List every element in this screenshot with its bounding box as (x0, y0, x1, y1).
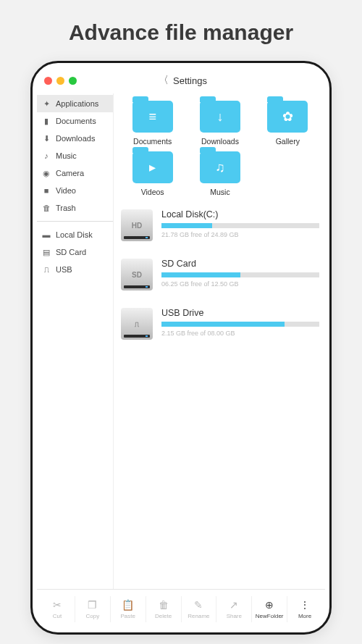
sidebar: ✦ Applications ▮ Documents ⬇ Downloads ♪… (37, 93, 114, 589)
disk-usage-bar (161, 223, 319, 228)
sd-drive-icon: SD (121, 259, 153, 290)
sidebar-item-video[interactable]: ■ Video (37, 182, 113, 199)
tb-label: Paste (120, 613, 135, 619)
disk-usage-bar (161, 322, 319, 327)
back-icon[interactable]: 〈 (159, 74, 169, 87)
usb-drive-icon: ⎍ (121, 308, 153, 340)
camera-icon: ◉ (42, 169, 51, 177)
tb-label: Copy (85, 613, 99, 619)
tb-label: Rename (188, 613, 209, 619)
tb-label: More (298, 613, 311, 619)
folder-icon: ♫ (200, 151, 240, 183)
disk-name: Local Disk(C:) (161, 209, 319, 219)
tb-label: NewFolder (256, 613, 284, 619)
download-icon: ⬇ (42, 134, 51, 143)
sidebar-item-trash[interactable]: 🗑 Trash (37, 199, 113, 217)
header-title: Settings (173, 75, 207, 86)
main-content: ≡ Documents ↓ Downloads ✿ Gallery ▸ Vide… (114, 93, 325, 589)
sidebar-divider (37, 221, 113, 222)
sd-icon: ▤ (42, 248, 51, 256)
usb-icon: ⎍ (42, 265, 51, 274)
trash-icon: 🗑 (42, 204, 51, 212)
disk-icon: ▬ (42, 230, 51, 239)
paste-button[interactable]: 📋 Paste (111, 596, 146, 622)
note-icon: ♫ (215, 160, 225, 175)
titlebar: 〈 Settings (37, 67, 325, 93)
folder-videos[interactable]: ▸ Videos (121, 151, 184, 196)
sidebar-label: Applications (56, 99, 98, 108)
folder-icon: ↓ (200, 101, 240, 133)
rename-icon: ✎ (193, 599, 204, 611)
newfolder-icon: ⊕ (264, 599, 275, 611)
apps-icon: ✦ (42, 99, 51, 108)
sidebar-label: SD Card (56, 248, 86, 256)
download-arrow-icon: ↓ (216, 109, 223, 125)
folder-label: Videos (121, 188, 184, 196)
sidebar-label: USB (56, 265, 72, 274)
disk-usage-bar (161, 272, 319, 277)
sidebar-item-usb[interactable]: ⎍ USB (37, 261, 113, 278)
share-icon: ↗ (228, 599, 240, 611)
sidebar-item-documents[interactable]: ▮ Documents (37, 112, 113, 130)
sidebar-label: Camera (56, 169, 84, 177)
page-title: Advance file manager (0, 0, 362, 61)
folder-label: Documents (121, 137, 184, 146)
folder-documents[interactable]: ≡ Documents (121, 101, 184, 146)
delete-icon: 🗑 (158, 599, 169, 611)
disk-name: SD Card (161, 259, 319, 269)
folder-label: Gallery (256, 137, 319, 146)
cut-button[interactable]: ✂ Cut (40, 596, 75, 622)
hd-drive-icon: HD (121, 209, 153, 241)
folder-music[interactable]: ♫ Music (188, 151, 251, 196)
sidebar-label: Documents (56, 117, 96, 125)
disk-sd[interactable]: SD SD Card 06.25 GB free of 12.50 GB (121, 259, 319, 290)
app-window: 〈 Settings ✦ Applications ▮ Documents ⬇ … (37, 67, 325, 628)
doc-icon: ▮ (42, 117, 51, 125)
copy-icon: ❐ (87, 599, 98, 611)
disk-local[interactable]: HD Local Disk(C:) 21.78 GB free of 24.89… (121, 209, 319, 241)
more-icon: ⋮ (299, 599, 311, 611)
flower-icon: ✿ (282, 109, 293, 125)
share-button[interactable]: ↗ Share (216, 596, 252, 622)
disk-usb[interactable]: ⎍ USB Drive 2.15 GB free of 08.00 GB (121, 308, 319, 340)
sidebar-item-downloads[interactable]: ⬇ Downloads (37, 130, 113, 147)
folder-grid: ≡ Documents ↓ Downloads ✿ Gallery ▸ Vide… (121, 101, 319, 196)
folder-icon: ≡ (132, 101, 173, 133)
sidebar-item-applications[interactable]: ✦ Applications (37, 95, 113, 112)
phone-frame: 〈 Settings ✦ Applications ▮ Documents ⬇ … (30, 61, 332, 635)
more-button[interactable]: ⋮ More (287, 596, 322, 622)
sidebar-item-camera[interactable]: ◉ Camera (37, 164, 113, 182)
music-icon: ♪ (42, 151, 51, 160)
sidebar-label: Downloads (56, 134, 95, 143)
bottom-toolbar: ✂ Cut ❐ Copy 📋 Paste 🗑 Delete ✎ Rename ↗… (37, 589, 325, 628)
disk-free-text: 06.25 GB free of 12.50 GB (161, 280, 319, 288)
folder-icon: ▸ (132, 151, 173, 183)
folder-gallery[interactable]: ✿ Gallery (256, 101, 319, 146)
folder-label: Music (188, 188, 251, 196)
disk-name: USB Drive (161, 308, 319, 318)
copy-button[interactable]: ❐ Copy (75, 596, 111, 622)
sidebar-label: Local Disk (56, 230, 93, 239)
sidebar-label: Music (56, 151, 77, 160)
cut-icon: ✂ (51, 599, 63, 611)
tb-label: Delete (155, 613, 172, 619)
sidebar-item-music[interactable]: ♪ Music (37, 147, 113, 164)
play-icon: ▸ (149, 159, 156, 175)
paste-icon: 📋 (122, 599, 134, 611)
tb-label: Cut (53, 613, 62, 619)
folder-icon: ✿ (267, 101, 308, 133)
folder-label: Downloads (188, 137, 251, 146)
sidebar-item-sd-card[interactable]: ▤ SD Card (37, 243, 113, 261)
doc-lines-icon: ≡ (148, 109, 156, 125)
newfolder-button[interactable]: ⊕ NewFolder (252, 596, 287, 622)
disk-list: HD Local Disk(C:) 21.78 GB free of 24.89… (121, 209, 319, 340)
video-icon: ■ (42, 186, 51, 195)
sidebar-item-local-disk[interactable]: ▬ Local Disk (37, 226, 113, 243)
sidebar-label: Video (56, 186, 76, 195)
rename-button[interactable]: ✎ Rename (182, 596, 217, 622)
disk-free-text: 2.15 GB free of 08.00 GB (161, 330, 319, 337)
delete-button[interactable]: 🗑 Delete (146, 596, 182, 622)
disk-free-text: 21.78 GB free of 24.89 GB (161, 231, 319, 238)
tb-label: Share (227, 613, 242, 619)
folder-downloads[interactable]: ↓ Downloads (188, 101, 251, 146)
